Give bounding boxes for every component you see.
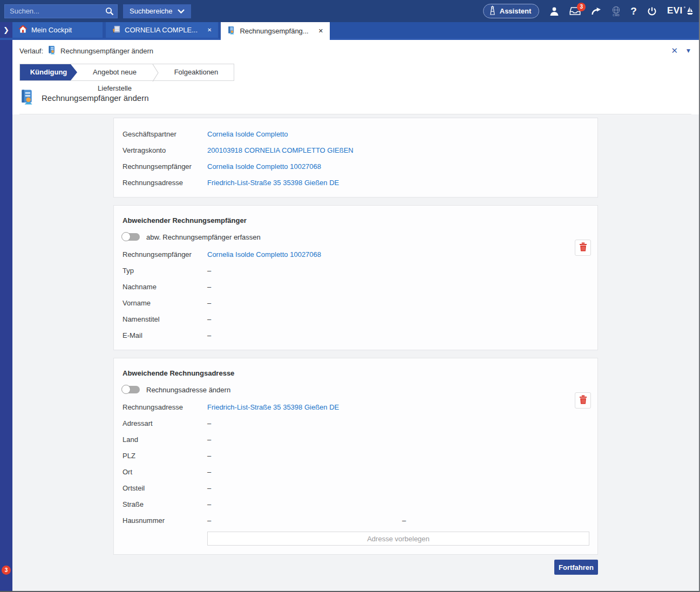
summary-card: Geschäftspartner Cornelia Isolde Complet… [113,118,598,198]
field-value-2: – [402,516,597,525]
field-row: Geschäftspartner Cornelia Isolde Complet… [123,126,589,142]
tab-label: CORNELIA COMPLE... [125,26,198,34]
prefill-address-button[interactable]: Adresse vorbelegen [207,532,589,546]
invoice-recipient-icon [47,45,56,56]
field-row: Straße – [123,496,589,512]
history-item[interactable]: Rechnungsempfänger ändern [60,47,153,55]
field-value: – [207,452,402,460]
card-title: Abweichender Rechnungsempfänger [123,216,589,224]
invoice-recipient-icon [227,26,235,36]
cmd-label: CMD [613,13,620,17]
field-label: Hausnummer [123,516,207,525]
field-row: Rechnungsadresse Friedrich-List-Straße 3… [123,174,589,190]
alt-rechnungsempfaenger-link[interactable]: Cornelia Isolde Completto 10027068 [207,250,402,258]
field-label: Ortsteil [123,484,207,492]
field-label: Adressart [123,419,207,427]
history-label: Verlauf: [19,47,43,55]
close-icon[interactable]: ✕ [318,28,323,35]
step-kuendigung[interactable]: Kündigung [20,64,77,80]
toggle-row: Rechnungsadresse ändern [123,383,589,397]
search-icon[interactable] [105,7,114,18]
field-value: – [207,267,402,275]
page-title: Rechnungsempfänger ändern [42,93,148,103]
field-label: E-Mail [123,331,207,339]
brand-degree: ° [684,6,685,11]
geschaeftspartner-link[interactable]: Cornelia Isolde Completto [207,130,402,138]
field-value: – [207,484,402,492]
field-row: Typ – [123,262,589,278]
field-label: Rechnungsempfänger [123,250,207,258]
power-icon[interactable] [647,6,657,16]
field-row: Adressart – [123,415,589,431]
field-label: Ort [123,468,207,476]
step-separator-icon [152,64,159,80]
cmd-globe-icon[interactable]: CMD [612,6,620,17]
field-value: – [207,468,402,476]
field-value: – [207,419,402,427]
main-content: Verlauf: Rechnungsempfänger ändern ✕ ▼ K… [12,40,699,591]
form-area: Geschäftspartner Cornelia Isolde Complet… [12,114,699,591]
trash-icon [579,242,587,253]
field-value: – [207,516,402,525]
redo-icon[interactable] [591,7,602,15]
field-label: Straße [123,500,207,508]
field-label: Geschäftspartner [123,130,207,138]
assistant-label: Assistent [500,7,532,15]
field-label: Land [123,436,207,444]
tab-label: Rechnungsempfäng... [240,27,308,35]
step-angebot-neue-lieferstelle[interactable]: Angebot neue Lieferstelle [77,64,152,80]
search-box[interactable] [4,4,118,18]
field-label: Rechnungsempfänger [123,162,207,171]
toggle-knob [121,385,131,394]
field-row: Land – [123,431,589,447]
field-row: Nachname – [123,278,589,295]
home-icon [19,25,27,35]
brand-logo: EVI ° [667,5,694,17]
toggle-row: abw. Rechnungsempfänger erfassen [123,230,589,244]
step-folgeaktionen[interactable]: Folgeaktionen [159,64,234,80]
continue-button[interactable]: Fortfahren [554,560,598,575]
inbox-icon[interactable]: 3 [569,6,581,16]
footer-actions: Fortfahren [113,560,598,575]
field-label: PLZ [123,452,207,460]
collapsed-sidebar[interactable]: 3 [0,40,12,591]
vertragskonto-link[interactable]: 200103918 CORNELIA COMPLETTO GIEßEN [207,146,402,154]
view-menu-caret-icon[interactable]: ▼ [687,48,690,53]
rechnungsadresse-link[interactable]: Friedrich-List-Straße 35 35398 Gießen DE [207,179,402,187]
alt-rechnungsadresse-link[interactable]: Friedrich-List-Straße 35 35398 Gießen DE [207,403,402,411]
delete-address-button[interactable] [575,392,591,409]
help-icon[interactable]: ? [630,5,637,17]
delete-recipient-button[interactable] [575,240,591,256]
field-row: PLZ – [123,447,589,464]
search-input[interactable] [4,4,118,18]
sidebar-alert-badge[interactable]: 3 [2,566,11,575]
expand-chevron-icon: ❯ [3,26,9,34]
field-value: – [207,283,402,291]
assistant-button[interactable]: Assistent [483,4,540,18]
field-row: Rechnungsempfänger Cornelia Isolde Compl… [123,246,589,262]
close-icon[interactable]: ✕ [207,27,212,33]
search-scope-button[interactable]: Suchbereiche [123,4,191,18]
wizard-steps: Kündigung Angebot neue Lieferstelle Folg… [19,64,234,81]
tab-cornelia-completto[interactable]: CORNELIA COMPLE... ✕ [106,22,218,38]
field-row: Hausnummer – – [123,512,589,528]
tab-mein-cockpit[interactable]: Mein Cockpit [12,22,103,38]
field-label: Typ [123,267,207,275]
card-title: Abweichende Rechnungsadresse [123,369,589,377]
content-header: Verlauf: Rechnungsempfänger ändern ✕ ▼ K… [12,40,699,114]
rechnungsempfaenger-link[interactable]: Cornelia Isolde Completto 10027068 [207,162,402,171]
topbar: Suchbereiche Assistent 3 [0,0,699,22]
business-partner-icon [112,25,120,35]
sidebar-expand[interactable]: ❯ [0,22,12,38]
recipient-toggle[interactable] [123,233,140,241]
inbox-badge: 3 [577,3,586,11]
address-toggle[interactable] [123,386,140,393]
user-icon[interactable] [549,6,559,16]
tab-rechnungsempfaenger[interactable]: Rechnungsempfäng... ✕ [221,22,329,40]
chevron-down-icon [178,7,185,15]
alternate-address-card: Abweichende Rechnungsadresse Rechnungsad… [113,358,598,555]
field-row: Rechnungsempfänger Cornelia Isolde Compl… [123,158,589,174]
field-row: Rechnungsadresse Friedrich-List-Straße 3… [123,399,589,415]
alternate-recipient-card: Abweichender Rechnungsempfänger abw. Rec… [113,205,598,350]
close-view-icon[interactable]: ✕ [671,46,678,56]
